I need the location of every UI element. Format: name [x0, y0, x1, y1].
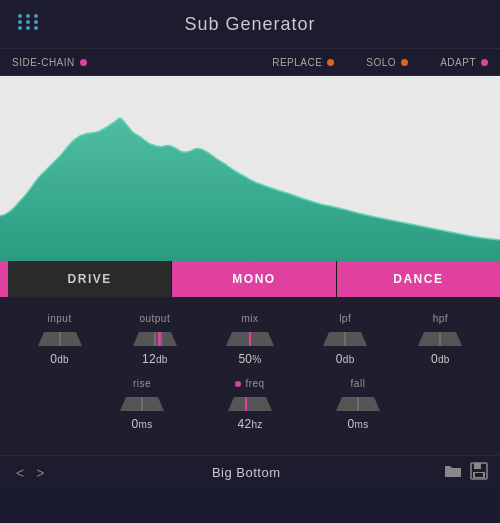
next-preset-button[interactable]: > — [32, 463, 48, 483]
dance-mode-button[interactable]: DANCE — [337, 261, 500, 297]
fall-control: fall 0ms — [328, 378, 388, 431]
hpf-value: 0db — [431, 352, 450, 366]
header: Sub Generator — [0, 0, 500, 48]
output-label: output — [139, 313, 170, 324]
freq-label: freq — [245, 378, 264, 389]
hpf-control: hpf 0db — [410, 313, 470, 366]
rise-value: 0ms — [132, 417, 153, 431]
lpf-label: lpf — [339, 313, 351, 324]
output-value: 12db — [142, 352, 168, 366]
freq-dot — [235, 381, 241, 387]
waveform-svg — [0, 76, 500, 261]
fall-fader[interactable] — [332, 393, 384, 413]
rise-control: rise 0ms — [112, 378, 172, 431]
app-title: Sub Generator — [184, 14, 315, 35]
mono-mode-button[interactable]: MONO — [172, 261, 335, 297]
solo-dot — [401, 59, 408, 66]
svg-point-1 — [26, 14, 30, 18]
footer-actions — [444, 462, 488, 484]
solo-label: SOLO — [366, 57, 396, 68]
svg-point-0 — [18, 14, 22, 18]
waveform-display — [0, 76, 500, 261]
solo-button[interactable]: SOLO — [366, 57, 408, 68]
sidechain-label: SIDE-CHAIN — [12, 57, 75, 68]
sidechain-dot — [80, 59, 87, 66]
preset-navigation: < > — [12, 463, 48, 483]
svg-point-2 — [34, 14, 38, 18]
lpf-fader[interactable] — [319, 328, 371, 348]
svg-point-5 — [34, 20, 38, 24]
input-control: input 0db — [30, 313, 90, 366]
mix-control: mix 50% — [220, 313, 280, 366]
mix-label: mix — [241, 313, 258, 324]
logo-icon — [16, 12, 44, 37]
input-value: 0db — [50, 352, 69, 366]
sidechain-button[interactable]: SIDE-CHAIN — [12, 57, 87, 68]
prev-preset-button[interactable]: < — [12, 463, 28, 483]
save-button[interactable] — [470, 462, 488, 484]
svg-point-8 — [34, 26, 38, 30]
output-fader[interactable] — [129, 328, 181, 348]
controls-row-1: input 0db output — [12, 313, 488, 366]
svg-point-3 — [18, 20, 22, 24]
open-folder-button[interactable] — [444, 462, 462, 484]
input-label: input — [48, 313, 72, 324]
rise-fader[interactable] — [116, 393, 168, 413]
svg-point-7 — [26, 26, 30, 30]
rise-label: rise — [133, 378, 151, 389]
adapt-button[interactable]: ADAPT — [440, 57, 488, 68]
output-control: output 12db — [125, 313, 185, 366]
freq-label-container: freq — [235, 378, 264, 389]
fall-value: 0ms — [348, 417, 369, 431]
freq-fader[interactable] — [224, 393, 276, 413]
svg-point-4 — [26, 20, 30, 24]
input-fader[interactable] — [34, 328, 86, 348]
lpf-control: lpf 0db — [315, 313, 375, 366]
mode-buttons: DRIVE MONO DANCE — [0, 261, 500, 297]
footer: < > Big Bottom — [0, 455, 500, 489]
svg-point-6 — [18, 26, 22, 30]
preset-name: Big Bottom — [48, 465, 444, 480]
lpf-value: 0db — [336, 352, 355, 366]
freq-value: 42hz — [237, 417, 262, 431]
replace-button[interactable]: REPLACE — [272, 57, 334, 68]
top-bar: SIDE-CHAIN REPLACE SOLO ADAPT — [0, 48, 500, 76]
mix-value: 50% — [238, 352, 261, 366]
svg-rect-30 — [475, 473, 483, 477]
freq-control: freq 42hz — [220, 378, 280, 431]
mix-fader[interactable] — [224, 328, 276, 348]
fall-label: fall — [351, 378, 366, 389]
svg-marker-23 — [228, 397, 272, 411]
replace-label: REPLACE — [272, 57, 322, 68]
replace-dot — [327, 59, 334, 66]
svg-rect-28 — [474, 463, 481, 469]
hpf-label: hpf — [433, 313, 448, 324]
drive-mode-button[interactable]: DRIVE — [8, 261, 171, 297]
controls-row-2: rise 0ms freq — [12, 378, 488, 431]
adapt-label: ADAPT — [440, 57, 476, 68]
mode-left-accent — [0, 261, 8, 297]
adapt-dot — [481, 59, 488, 66]
controls-area: input 0db output — [0, 297, 500, 455]
hpf-fader[interactable] — [414, 328, 466, 348]
